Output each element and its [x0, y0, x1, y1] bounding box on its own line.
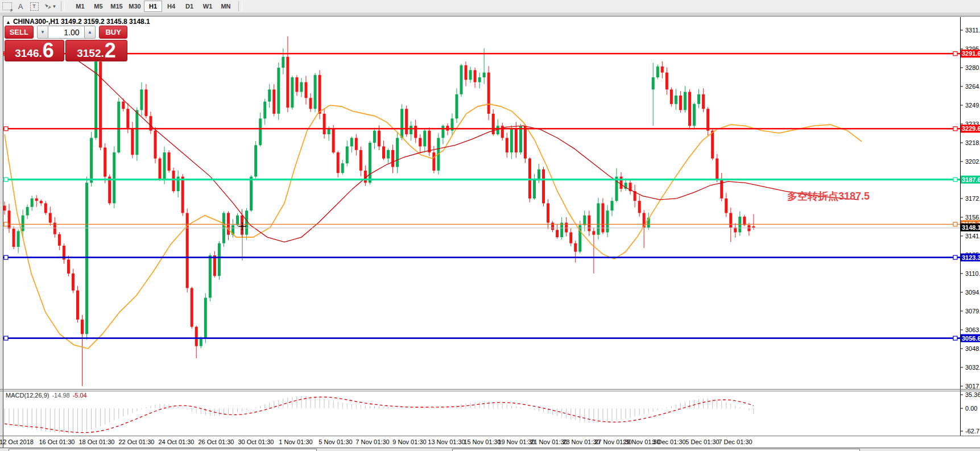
- candle-body: [85, 183, 88, 334]
- candle-body: [227, 213, 230, 234]
- candle-body: [135, 110, 138, 155]
- hline-handle[interactable]: [953, 52, 957, 56]
- candle-body: [337, 152, 340, 173]
- candle-body: [200, 339, 202, 346]
- candle-body: [277, 68, 280, 114]
- price-tick-label: 3280.0: [965, 64, 980, 71]
- candle-body: [620, 177, 623, 189]
- volume-decrease-button[interactable]: ▼: [37, 26, 49, 39]
- candle-body: [679, 96, 682, 110]
- current-price-tag: 3148.1: [961, 224, 980, 231]
- price-tick-label: 3264.5: [965, 83, 980, 90]
- symbol-ohlc-text: CHINA300-,H1 3149.2 3159.2 3145.8 3148.1: [13, 18, 150, 26]
- candle-body: [168, 152, 171, 171]
- time-tick-label: 13 Nov 01:30: [428, 438, 465, 445]
- candle-body: [304, 82, 307, 98]
- hline-handle[interactable]: [4, 222, 8, 226]
- candle-body: [675, 96, 677, 104]
- sell-price-big-digit: 6: [43, 42, 54, 59]
- chart-canvas[interactable]: 3311.03295.53280.03264.53249.03233.53218…: [0, 0, 980, 451]
- hline-handle[interactable]: [953, 222, 957, 226]
- candle-body: [332, 128, 335, 152]
- candle-body: [574, 243, 577, 252]
- candle-body: [204, 298, 207, 339]
- pivot-annotation-text[interactable]: 多空转折点3187.5: [787, 189, 870, 203]
- volume-increase-button[interactable]: ▲: [84, 26, 96, 39]
- candle-body: [533, 179, 536, 198]
- candle-body: [3, 206, 6, 211]
- sell-price-display[interactable]: 3146.6: [5, 40, 64, 61]
- candle-body: [519, 126, 522, 152]
- candle-body: [665, 73, 668, 90]
- dock-window-edge[interactable]: [452, 449, 860, 451]
- candle-body: [131, 128, 134, 155]
- candle-body: [350, 138, 353, 146]
- sell-price-main: 3146.: [15, 48, 42, 59]
- candle-body: [606, 210, 609, 232]
- price-tick-label: 3202.5: [965, 158, 980, 165]
- candle-body: [693, 104, 696, 126]
- candle-body: [17, 231, 20, 247]
- candle-body: [720, 179, 723, 198]
- candle-body: [725, 198, 727, 213]
- buy-price-display[interactable]: 3152.2: [65, 40, 127, 61]
- volume-field[interactable]: 1.00: [48, 26, 84, 39]
- candle-body: [661, 67, 664, 73]
- candle-body: [58, 234, 61, 246]
- hline-handle[interactable]: [4, 255, 8, 259]
- candle-body: [542, 169, 545, 204]
- candle-body: [556, 230, 559, 237]
- candle-body: [218, 243, 221, 276]
- hline-handle[interactable]: [953, 177, 957, 181]
- candle-body: [414, 126, 417, 138]
- price-tag-3123.3: 3123.3: [961, 254, 980, 262]
- price-tick-label: 3172.0: [965, 195, 980, 202]
- candle-body: [588, 216, 590, 231]
- candle-body: [560, 223, 563, 238]
- hline-handle[interactable]: [953, 255, 957, 259]
- time-tick-label: 30 Oct 01:30: [238, 438, 274, 445]
- sell-button[interactable]: SELL: [5, 26, 34, 39]
- candle-body: [154, 131, 156, 159]
- candle-body: [195, 327, 198, 346]
- hline-handle[interactable]: [953, 127, 957, 131]
- candle-body: [286, 57, 289, 107]
- time-tick-label: 19 Nov 01:30: [498, 438, 535, 445]
- time-tick-label: 26 Oct 01:30: [199, 438, 234, 445]
- candle-body: [113, 152, 115, 203]
- candle-body: [702, 94, 705, 109]
- candle-body: [469, 70, 472, 80]
- candle-body: [346, 146, 349, 163]
- hline-handle[interactable]: [953, 336, 957, 340]
- candle-body: [90, 138, 93, 183]
- candle-body: [323, 114, 326, 134]
- candle-body: [592, 231, 595, 234]
- time-tick-label: 12 Oct 2018: [0, 438, 34, 445]
- candle-body: [319, 75, 321, 114]
- macd-layer: [5, 396, 754, 433]
- hline-handle[interactable]: [4, 177, 8, 181]
- price-tick-label: 3048.0: [965, 345, 980, 352]
- time-tick-label: 18 Oct 01:30: [79, 438, 115, 445]
- candle-body: [314, 75, 317, 109]
- buy-button[interactable]: BUY: [99, 26, 127, 39]
- macd-name: MACD(12,26,9): [6, 392, 49, 399]
- candle-body: [67, 259, 70, 273]
- hline-handle[interactable]: [4, 336, 8, 340]
- candle-body: [670, 89, 673, 104]
- candle-body: [295, 77, 298, 92]
- price-tag-3056.6: 3056.6: [961, 334, 980, 342]
- hline-handle[interactable]: [4, 127, 8, 131]
- time-tick-label: 16 Oct 01:30: [39, 438, 75, 445]
- dock-window-edge[interactable]: [9, 449, 317, 451]
- time-tick-label: 15 Nov 01:30: [464, 438, 501, 445]
- price-tick-label: 3079.0: [965, 308, 980, 315]
- candle-body: [122, 102, 125, 109]
- candle-body: [706, 109, 709, 130]
- candle-body: [387, 150, 390, 159]
- price-tag-3291.6: 3291.6: [961, 49, 980, 57]
- macd-tick-label: 35.36: [965, 391, 980, 398]
- buy-price-big-digit: 2: [105, 42, 116, 59]
- candle-body: [428, 131, 431, 152]
- candle-body: [236, 216, 239, 225]
